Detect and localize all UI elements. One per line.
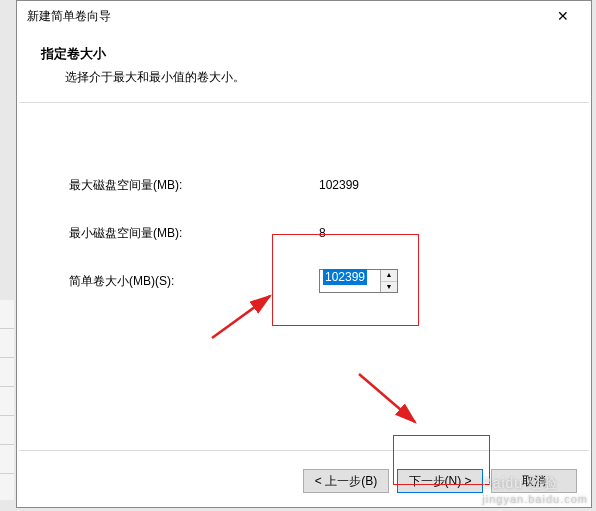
row-volume-size: 简单卷大小(MB)(S): 102399 ▲ ▼: [69, 269, 551, 293]
footer-separator: [19, 450, 589, 451]
page-description: 选择介于最大和最小值的卷大小。: [41, 69, 567, 86]
volume-size-input[interactable]: 102399: [320, 270, 380, 292]
max-space-value: 102399: [319, 178, 359, 192]
back-button[interactable]: < 上一步(B): [303, 469, 389, 493]
next-button[interactable]: 下一步(N) >: [397, 469, 483, 493]
wizard-dialog: 新建简单卷向导 ✕ 指定卷大小 选择介于最大和最小值的卷大小。 最大磁盘空间量(…: [16, 0, 592, 508]
cancel-button[interactable]: 取消: [491, 469, 577, 493]
wizard-content: 最大磁盘空间量(MB): 102399 最小磁盘空间量(MB): 8 简单卷大小…: [17, 103, 591, 493]
row-min-space: 最小磁盘空间量(MB): 8: [69, 221, 551, 245]
window-title: 新建简单卷向导: [27, 8, 111, 25]
wizard-header: 指定卷大小 选择介于最大和最小值的卷大小。: [17, 31, 591, 94]
wizard-button-row: < 上一步(B) 下一步(N) > 取消: [303, 469, 577, 493]
min-space-label: 最小磁盘空间量(MB):: [69, 225, 319, 242]
spinner-down-button[interactable]: ▼: [381, 282, 397, 293]
background-panel-edge: [0, 300, 14, 500]
volume-size-label: 简单卷大小(MB)(S):: [69, 273, 319, 290]
row-max-space: 最大磁盘空间量(MB): 102399: [69, 173, 551, 197]
spinner-up-button[interactable]: ▲: [381, 270, 397, 282]
max-space-label: 最大磁盘空间量(MB):: [69, 177, 319, 194]
volume-size-spinner[interactable]: 102399 ▲ ▼: [319, 269, 398, 293]
titlebar: 新建简单卷向导 ✕: [17, 1, 591, 31]
spinner-buttons: ▲ ▼: [380, 270, 397, 292]
close-icon: ✕: [557, 8, 569, 24]
close-button[interactable]: ✕: [543, 4, 583, 28]
page-title: 指定卷大小: [41, 45, 567, 63]
min-space-value: 8: [319, 226, 326, 240]
